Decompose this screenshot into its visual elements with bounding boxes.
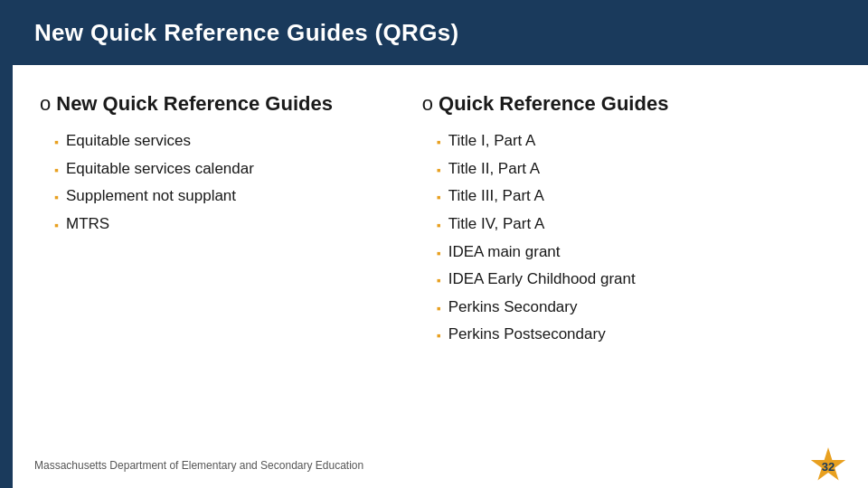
list-item: IDEA Early Childhood grant — [437, 268, 841, 291]
list-item: Title I, Part A — [437, 130, 841, 153]
list-item: MTRS — [54, 213, 404, 236]
left-column: o New Quick Reference Guides Equitable s… — [40, 92, 404, 425]
list-item: Title III, Part A — [437, 185, 841, 208]
header-title: New Quick Reference Guides (QRGs) — [34, 19, 458, 47]
left-section-heading: o New Quick Reference Guides — [40, 92, 404, 116]
list-item: Perkins Postsecondary — [437, 324, 841, 346]
list-item: Supplement not supplant — [54, 185, 404, 208]
left-bullet-o: o — [40, 92, 51, 116]
list-item: Title II, Part A — [437, 158, 841, 181]
slide-footer: Massachusetts Department of Elementary a… — [13, 443, 868, 488]
main-content: o New Quick Reference Guides Equitable s… — [13, 65, 868, 443]
slide-header: New Quick Reference Guides (QRGs) — [13, 0, 868, 65]
list-item: Perkins Secondary — [437, 296, 841, 319]
list-item: Equitable services — [54, 130, 404, 153]
list-item: Equitable services calendar — [54, 158, 404, 181]
left-heading-text: New Quick Reference Guides — [56, 92, 333, 116]
right-column: o Quick Reference Guides Title I, Part A… — [422, 92, 841, 425]
right-section-heading: o Quick Reference Guides — [422, 92, 841, 116]
page-number: 32 — [822, 460, 835, 474]
page-number-container: 32 — [810, 447, 846, 483]
right-bullet-o: o — [422, 92, 433, 116]
footer-text: Massachusetts Department of Elementary a… — [34, 459, 363, 472]
list-item: IDEA main grant — [437, 241, 841, 264]
left-bullet-list: Equitable services Equitable services ca… — [40, 130, 404, 236]
page-number-star: 32 — [810, 447, 846, 483]
right-heading-text: Quick Reference Guides — [439, 92, 668, 116]
right-bullet-list: Title I, Part A Title II, Part A Title I… — [422, 130, 841, 346]
list-item: Title IV, Part A — [437, 213, 841, 236]
left-accent-bar — [0, 0, 13, 488]
